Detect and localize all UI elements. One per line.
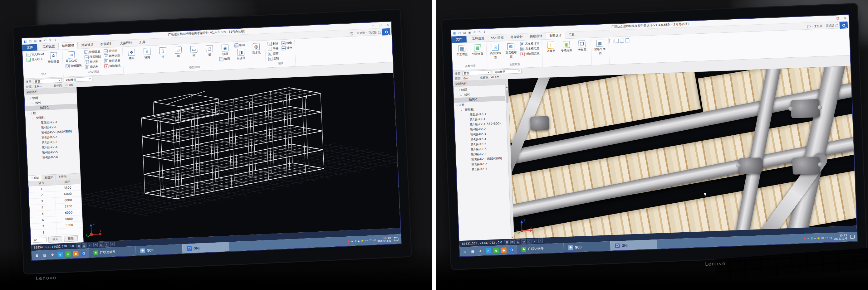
- taskbar-window-button[interactable]: ❒ GMJ: [610, 239, 657, 251]
- ribbon-tab[interactable]: 工程设置: [39, 43, 59, 51]
- ribbon-tab[interactable]: 外架设计: [78, 41, 97, 49]
- minimize-button[interactable]: —: [828, 17, 832, 20]
- status-tool-icon[interactable]: ▦: [76, 243, 81, 248]
- ribbon-button[interactable]: ▱ 墙: [171, 45, 185, 59]
- notification-center-icon[interactable]: [394, 237, 399, 241]
- ribbon-button[interactable]: ⌗ 轴网: [140, 47, 154, 60]
- tray-icon[interactable]: ≈: [351, 239, 353, 243]
- status-tool-icon[interactable]: ▥: [82, 243, 87, 248]
- status-tool-icon[interactable]: ◔: [93, 243, 98, 247]
- taskbar-window-button[interactable]: ♣ 广联达软件: [517, 243, 564, 254]
- tray-icon[interactable]: ◠: [825, 236, 828, 239]
- ribbon-button[interactable]: ▭ 梁识别: [103, 49, 121, 54]
- ribbon-button[interactable]: ▣ 专项方案: [559, 40, 574, 53]
- viewport-3d-scaffold[interactable]: Z X Y: [508, 66, 857, 239]
- tray-icon[interactable]: ●: [803, 237, 806, 240]
- ribbon-button[interactable]: ❖ 楼层: [124, 47, 138, 61]
- quick-access-icon[interactable]: ▣: [468, 30, 472, 34]
- ribbon-tab[interactable]: 工具: [565, 31, 578, 39]
- tray-icon[interactable]: ▮: [811, 237, 813, 240]
- notification-center-icon[interactable]: [850, 235, 855, 239]
- ribbon-button[interactable]: ⊠ 高支模布置: [504, 42, 518, 60]
- ribbon-tab[interactable]: 结构建模: [488, 34, 507, 41]
- ribbon-button[interactable]: ✕ 删除: [267, 41, 279, 46]
- ribbon-button[interactable]: ◰ 板洞: [234, 43, 248, 48]
- status-tool-icon[interactable]: ⊾: [88, 243, 92, 248]
- ribbon-button[interactable]: ⌗ 轴网识别: [103, 53, 121, 59]
- taskbar-app-icon[interactable]: e: [57, 252, 63, 257]
- ribbon-button[interactable]: ⊗ 清除高支模: [520, 51, 540, 57]
- ribbon-button[interactable]: ❐ 大样图: [575, 39, 589, 53]
- taskbar-app-icon[interactable]: ◆: [73, 251, 79, 256]
- status-tool-icon[interactable]: ◔: [521, 239, 526, 244]
- ribbon-button[interactable]: ❏ 分解图块: [65, 63, 83, 69]
- view-mini-icon[interactable]: [620, 39, 624, 43]
- ribbon-button[interactable]: ⇥ 导入CAD: [64, 50, 79, 64]
- status-tool-icon[interactable]: ▦: [504, 240, 509, 245]
- ribbon-button[interactable]: ⬚ 填洞: [218, 57, 232, 62]
- status-tool-icon[interactable]: ◻: [99, 242, 104, 247]
- ribbon-button[interactable]: ↻ 旋转: [267, 51, 279, 57]
- taskbar-app-icon[interactable]: ⊞: [462, 249, 468, 254]
- ribbon-button[interactable]: ▤ 墙识别: [84, 64, 102, 70]
- quick-access-icon[interactable]: ↶: [43, 38, 48, 43]
- ribbon-button[interactable]: ▦ 梁板平面图: [593, 39, 607, 56]
- bell-icon[interactable]: [836, 24, 838, 27]
- bell-icon[interactable]: [378, 31, 381, 34]
- ribbon-button[interactable]: ✲ 模型修复: [46, 51, 61, 65]
- ribbon-tab[interactable]: 工程设置: [468, 35, 488, 42]
- status-tool-icon[interactable]: ▥: [510, 240, 515, 245]
- login-status[interactable]: 未登录: [814, 24, 823, 28]
- taskbar-app-icon[interactable]: ◆: [501, 247, 506, 253]
- quick-access-icon[interactable]: ↷: [48, 38, 53, 42]
- quick-access-icon[interactable]: ▤: [463, 31, 467, 35]
- ribbon-button[interactable]: ⍂ 高支模识别: [488, 43, 502, 60]
- status-tool-icon[interactable]: ⊾: [516, 239, 520, 244]
- file-menu-button[interactable]: 文件: [451, 36, 467, 43]
- ribbon-tab[interactable]: 结构建模: [58, 42, 78, 50]
- status-tool-icon[interactable]: ∠: [104, 242, 109, 247]
- quick-access-icon[interactable]: ▢: [28, 39, 32, 43]
- ribbon-button[interactable]: ▤ 高支模汇总: [520, 46, 540, 52]
- axis-value-input[interactable]: [33, 237, 47, 243]
- taskbar-app-icon[interactable]: Q: [509, 247, 515, 253]
- status-tool-icon[interactable]: ◻: [527, 239, 531, 244]
- taskbar-clock[interactable]: 15:23 2018/11/6: [833, 233, 847, 240]
- help-icon[interactable]: ?: [349, 32, 353, 35]
- ribbon-button[interactable]: ⊞ 高支模计算: [519, 41, 540, 46]
- login-status[interactable]: 未登录: [356, 31, 365, 35]
- status-tool-icon[interactable]: ∠: [532, 239, 537, 244]
- taskbar-app-icon[interactable]: ✣: [478, 248, 484, 254]
- maximize-button[interactable]: ❐: [836, 17, 840, 20]
- ribbon-button[interactable]: ≣ 楼梯: [218, 43, 232, 57]
- tray-icon[interactable]: ▮: [355, 239, 356, 242]
- quick-access-icon[interactable]: ▣: [38, 38, 42, 43]
- ribbon-button[interactable]: ✛ 平移: [267, 46, 279, 52]
- close-button[interactable]: ✕: [843, 17, 847, 20]
- taskbar-app-icon[interactable]: Q: [81, 250, 87, 256]
- tray-icon[interactable]: ◉: [817, 236, 819, 239]
- tray-icon[interactable]: ▴: [814, 236, 816, 239]
- tray-icon[interactable]: ◁: [829, 236, 832, 239]
- taskbar-app-icon[interactable]: ▤: [470, 249, 476, 254]
- taskbar-app-icon[interactable]: ⊞: [34, 253, 40, 258]
- taskbar-window-button[interactable]: ✚ GCB: [135, 244, 183, 256]
- delete-button[interactable]: 删除: [64, 235, 78, 242]
- tray-icon[interactable]: ●: [347, 239, 349, 243]
- ribbon-tab[interactable]: 拼模设计: [526, 32, 546, 40]
- tray-icon[interactable]: ▭: [365, 239, 368, 242]
- ribbon-button[interactable]: ⧉ 复制: [268, 56, 280, 61]
- viewport-3d-building[interactable]: Z X Y: [76, 73, 400, 242]
- ribbon-button[interactable]: ◺ 比例设置: [84, 49, 101, 55]
- ribbon-button[interactable]: ◨ 后浇带: [234, 48, 248, 61]
- ribbon-button[interactable]: ▯ 柱识别: [84, 59, 102, 65]
- ribbon-button[interactable]: ▩ 智能布置: [470, 43, 485, 57]
- maximize-button[interactable]: ❐: [378, 23, 382, 27]
- ribbon-tab[interactable]: 支架设计: [117, 39, 136, 47]
- taskbar-window-button[interactable]: ✚ GCB: [563, 241, 611, 253]
- ribbon-button[interactable]: ⇅ 楼层调整: [103, 58, 121, 64]
- ribbon-tab[interactable]: 工具: [135, 39, 149, 46]
- quick-access-icon[interactable]: ◧: [453, 31, 457, 35]
- ribbon-tab[interactable]: 拼模设计: [97, 40, 117, 48]
- tray-icon[interactable]: ≈: [807, 237, 810, 240]
